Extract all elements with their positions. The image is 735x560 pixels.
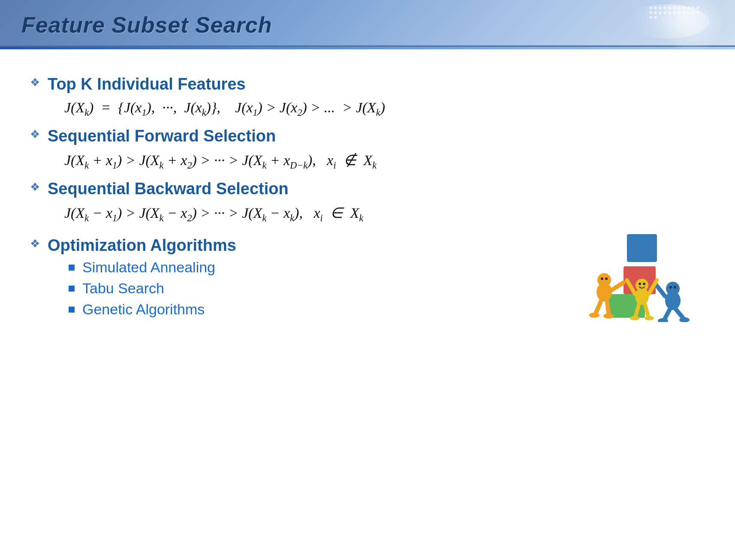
svg-line-7	[612, 283, 624, 290]
svg-point-14	[669, 286, 672, 289]
diamond-icon-3: ❖	[30, 181, 40, 194]
slide-header: Feature Subset Search	[0, 0, 735, 47]
svg-point-4	[597, 273, 611, 287]
bullet-top-k-label: Top K Individual Features	[48, 75, 246, 93]
page-title: Feature Subset Search	[21, 12, 714, 38]
diamond-icon-1: ❖	[30, 76, 40, 89]
dots-decoration	[649, 6, 701, 19]
diamond-icon-2: ❖	[30, 128, 40, 141]
bullet-optimization-label: Optimization Algorithms	[48, 236, 236, 255]
math-formula-3: J(Xk − x1) > J(Xk − x2) > ··· > J(Xk − x…	[64, 205, 363, 221]
svg-point-13	[666, 282, 680, 295]
svg-point-29	[630, 316, 639, 320]
diamond-icon-4: ❖	[30, 237, 40, 250]
formula-top-k: J(Xk) = {J(x1), ···, J(xk)}, J(x1) > J(x…	[64, 99, 705, 118]
svg-point-23	[639, 283, 641, 285]
svg-point-24	[643, 283, 645, 285]
svg-point-11	[603, 313, 614, 319]
svg-line-8	[596, 301, 601, 313]
bullet-seq-forward-label: Sequential Forward Selection	[48, 127, 276, 145]
svg-line-9	[607, 301, 608, 314]
svg-point-15	[674, 286, 676, 289]
bullet-seq-forward: ❖ Sequential Forward Selection	[30, 127, 705, 145]
sub-bullet-genetic-label: Genetic Algorithms	[82, 301, 205, 318]
square-bullet-3	[69, 307, 75, 313]
svg-point-30	[645, 316, 654, 320]
math-formula-2: J(Xk + x1) > J(Xk + x2) > ··· > J(Xk + x…	[64, 152, 377, 168]
slide-content: ❖ Top K Individual Features J(Xk) = {J(x…	[0, 49, 735, 335]
bullet-seq-backward: ❖ Sequential Backward Selection	[30, 180, 705, 198]
svg-line-18	[676, 309, 684, 319]
svg-point-5	[601, 277, 603, 280]
svg-point-10	[589, 313, 599, 318]
svg-line-16	[656, 284, 665, 296]
svg-line-28	[645, 304, 648, 317]
sub-bullet-simulated-label: Simulated Annealing	[82, 259, 215, 276]
square-bullet-2	[69, 286, 75, 292]
sub-bullet-tabu-label: Tabu Search	[82, 280, 164, 297]
svg-rect-2	[627, 234, 657, 262]
bullet-top-k: ❖ Top K Individual Features	[30, 75, 705, 93]
bullet-seq-backward-label: Sequential Backward Selection	[48, 180, 289, 198]
svg-point-6	[605, 277, 608, 280]
teamwork-illustration	[581, 211, 701, 322]
math-formula-1: J(Xk) = {J(x1), ···, J(xk)}, J(x1) > J(x…	[64, 99, 385, 115]
svg-point-22	[636, 279, 648, 292]
svg-line-17	[664, 309, 670, 320]
square-bullet-1	[69, 265, 75, 271]
formula-seq-forward: J(Xk + x1) > J(Xk + x2) > ··· > J(Xk + x…	[64, 151, 705, 171]
